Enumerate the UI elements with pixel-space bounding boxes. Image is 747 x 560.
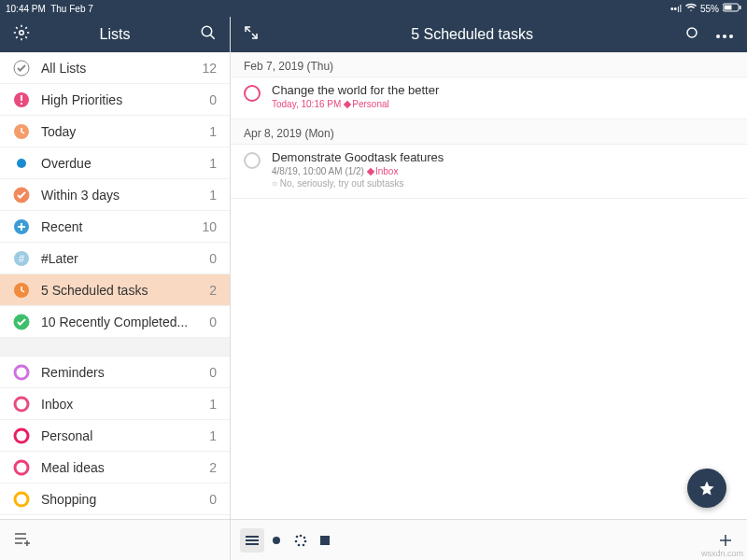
- sidebar-item[interactable]: Within 3 days1: [0, 179, 230, 211]
- sidebar-title: Lists: [100, 26, 131, 43]
- task-subtask: ○ No, seriously, try out subtasks: [272, 178, 734, 189]
- task-content: Feb 7, 2019 (Thu)Change the world for th…: [231, 52, 747, 519]
- sidebar-item[interactable]: 10 Recently Completed...0: [0, 306, 230, 338]
- battery-pct: 55%: [700, 4, 719, 14]
- svg-rect-8: [21, 95, 22, 101]
- list-count: 0: [209, 92, 217, 107]
- task-row[interactable]: Demonstrate Goodtask features4/8/19, 10:…: [231, 145, 747, 199]
- sidebar-bottombar: [0, 519, 230, 560]
- list-count: 0: [209, 251, 217, 266]
- list-label: All Lists: [41, 61, 202, 76]
- sidebar-item[interactable]: ##Later0: [0, 243, 230, 274]
- list-count: 0: [209, 365, 217, 380]
- svg-point-39: [273, 537, 280, 544]
- task-meta: Today, 10:16 PM Personal: [272, 99, 734, 109]
- list-count: 1: [209, 124, 217, 139]
- svg-point-22: [15, 429, 28, 442]
- list-icon: [13, 396, 30, 413]
- search-icon[interactable]: [200, 24, 217, 45]
- list-icon: #: [13, 250, 30, 267]
- svg-line-5: [210, 35, 215, 39]
- list-label: Within 3 days: [41, 188, 209, 203]
- list-count: 2: [209, 460, 217, 475]
- list-label: High Priorities: [41, 92, 209, 107]
- svg-point-44: [303, 543, 305, 546]
- fab-star[interactable]: [687, 469, 726, 508]
- main-header: 5 Scheduled tasks: [231, 17, 747, 52]
- sidebar-item[interactable]: Overdue1: [0, 147, 230, 179]
- status-right: ••ıl 55%: [670, 3, 741, 14]
- svg-point-3: [20, 31, 24, 35]
- circle-icon[interactable]: [685, 26, 698, 43]
- svg-rect-47: [320, 536, 330, 545]
- task-meta: 4/8/19, 10:00 AM (1/2) Inbox: [272, 166, 734, 176]
- view-week-icon[interactable]: [289, 528, 313, 553]
- task-row[interactable]: Change the world for the betterToday, 10…: [231, 77, 747, 119]
- sidebar-item[interactable]: 5 Scheduled tasks2: [0, 274, 230, 306]
- sidebar-item[interactable]: Shopping0: [0, 483, 230, 515]
- view-list-icon[interactable]: [240, 528, 264, 553]
- main-title: 5 Scheduled tasks: [411, 26, 533, 43]
- svg-point-33: [716, 35, 720, 38]
- list-count: 1: [209, 188, 217, 203]
- list-container: All Lists12High Priorities0Today1Overdue…: [0, 52, 230, 519]
- expand-icon[interactable]: [244, 25, 259, 44]
- list-count: 1: [209, 428, 217, 443]
- svg-rect-2: [740, 6, 741, 9]
- view-day-icon[interactable]: [264, 528, 289, 553]
- list-count: 0: [209, 492, 217, 507]
- sidebar-item[interactable]: Reminders0: [0, 357, 230, 388]
- svg-rect-1: [725, 6, 732, 10]
- settings-icon[interactable]: [13, 24, 30, 45]
- list-count: 1: [209, 397, 217, 412]
- sidebar-item[interactable]: Inbox1: [0, 388, 230, 420]
- list-icon: [13, 60, 30, 77]
- task-checkbox[interactable]: [244, 152, 261, 169]
- list-icon: [13, 123, 30, 140]
- svg-point-23: [15, 461, 28, 474]
- svg-point-34: [723, 35, 726, 38]
- view-month-icon[interactable]: [313, 528, 337, 553]
- sidebar-item[interactable]: High Priorities0: [0, 84, 230, 116]
- list-icon: [13, 427, 30, 444]
- list-icon: [13, 218, 30, 235]
- wifi-icon: [685, 3, 697, 14]
- list-label: 10 Recently Completed...: [41, 315, 209, 329]
- list-icon: [13, 459, 30, 476]
- svg-point-11: [17, 159, 26, 168]
- list-icon: [13, 91, 30, 108]
- sidebar-item[interactable]: Personal1: [0, 420, 230, 452]
- sidebar-header: Lists: [0, 17, 230, 52]
- add-list-icon[interactable]: [13, 531, 32, 550]
- task-checkbox[interactable]: [244, 85, 261, 102]
- status-date: Thu Feb 7: [50, 4, 93, 14]
- list-label: Inbox: [41, 397, 209, 412]
- list-label: Recent: [41, 219, 202, 234]
- list-count: 1: [209, 156, 217, 171]
- svg-point-35: [729, 35, 733, 38]
- signal-icon: ••ıl: [670, 4, 682, 14]
- task-title: Change the world for the better: [272, 83, 734, 97]
- svg-rect-9: [21, 103, 22, 105]
- svg-point-45: [298, 543, 301, 546]
- list-icon: [13, 491, 30, 508]
- list-count: 10: [202, 219, 217, 234]
- list-label: Reminders: [41, 365, 209, 380]
- list-label: Shopping: [41, 492, 209, 507]
- list-count: 2: [209, 283, 217, 298]
- task-title: Demonstrate Goodtask features: [272, 150, 734, 164]
- sidebar-item[interactable]: All Lists12: [0, 52, 230, 84]
- status-time: 10:44 PM: [6, 4, 46, 14]
- list-label: #Later: [41, 251, 209, 266]
- list-icon: [13, 314, 30, 330]
- main-panel: 5 Scheduled tasks Feb 7, 2019 (Thu)Chang…: [231, 17, 747, 560]
- sidebar-item[interactable]: Recent10: [0, 211, 230, 243]
- svg-point-43: [304, 539, 307, 542]
- more-icon[interactable]: [715, 26, 734, 43]
- sidebar-item[interactable]: Meal ideas2: [0, 452, 230, 483]
- list-icon: [13, 282, 30, 299]
- list-label: Personal: [41, 428, 209, 443]
- sidebar-item[interactable]: Today1: [0, 116, 230, 147]
- date-header: Feb 7, 2019 (Thu): [231, 52, 747, 77]
- list-icon: [13, 187, 30, 203]
